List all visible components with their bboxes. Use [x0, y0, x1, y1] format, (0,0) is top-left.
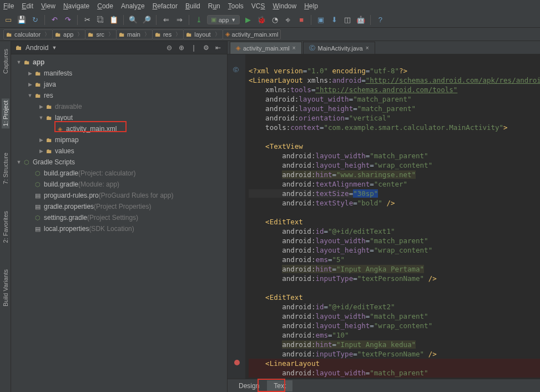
menu-bar: File Edit View Navigate Code Analyze Ref… — [0, 0, 540, 12]
breadcrumb-res[interactable]: 🖿res — [152, 29, 184, 39]
breadcrumb-calculator[interactable]: 🖿calculator — [3, 29, 53, 39]
collapse-icon[interactable]: ⊖ — [165, 44, 174, 52]
tree-node-proguard[interactable]: ▤proguard-rules.pro (ProGuard Rules for … — [11, 190, 227, 201]
gutter-tab-build-variants[interactable]: Build Variants — [2, 267, 9, 309]
tree-node-app[interactable]: ▼🖿app — [11, 57, 227, 68]
menu-help[interactable]: Help — [304, 2, 318, 10]
layout-icon[interactable]: ◫ — [342, 15, 352, 25]
undo-icon[interactable]: ↶ — [49, 15, 59, 25]
attach-icon[interactable]: ⎆ — [283, 15, 293, 25]
make-icon[interactable]: ⤓ — [194, 15, 204, 25]
menu-analyze[interactable]: Analyze — [121, 2, 145, 10]
avd-icon[interactable]: ▣ — [316, 15, 326, 25]
cut-icon[interactable]: ✂ — [82, 15, 92, 25]
project-tree[interactable]: ▼🖿app ▶🖿manifests ▶🖿java ▼🖿res ▶🖿drawabl… — [11, 54, 227, 392]
tree-node-gradle-properties[interactable]: ▤gradle.properties (Project Properties) — [11, 201, 227, 212]
android-icon[interactable]: 🤖 — [356, 15, 366, 25]
run-config-label: app — [219, 17, 229, 23]
project-panel-header: 🖿 Android ▼ ⊖ ⊕ | ⚙ ⇤ — [11, 41, 227, 54]
paste-icon[interactable]: 📋 — [109, 15, 119, 25]
navigation-bar: 🖿calculator 🖿app 🖿src 🖿main 🖿res 🖿layout… — [0, 28, 540, 41]
breadcrumb-layout[interactable]: 🖿layout — [183, 29, 223, 39]
tree-node-gradle-scripts[interactable]: ▼⬡Gradle Scripts — [11, 157, 227, 168]
android-view-icon: 🖿 — [16, 44, 22, 52]
breadcrumb-src[interactable]: 🖿src — [85, 29, 117, 39]
tab-text[interactable]: Text — [267, 380, 292, 391]
editor-tab-activity-main[interactable]: ◈activity_main.xml× — [230, 42, 302, 54]
debug-icon[interactable]: 🐞 — [256, 15, 266, 25]
menu-edit[interactable]: Edit — [22, 2, 33, 10]
chevron-down-icon: ▼ — [231, 17, 236, 23]
open-icon[interactable]: ▭ — [3, 15, 13, 25]
help-icon[interactable]: ? — [375, 15, 385, 25]
back-icon[interactable]: ⇐ — [161, 15, 171, 25]
tree-node-local-properties[interactable]: ▤local.properties (SDK Location) — [11, 223, 227, 234]
editor-area: ◈activity_main.xml× ⒸMainActivity.java× … — [228, 41, 540, 392]
gutter-class-icon: Ⓒ — [233, 66, 240, 74]
project-tool-window: 🖿 Android ▼ ⊖ ⊕ | ⚙ ⇤ ▼🖿app ▶🖿manifests … — [11, 41, 228, 392]
java-class-icon: Ⓒ — [309, 44, 315, 52]
menu-build[interactable]: Build — [185, 2, 200, 10]
save-icon[interactable]: 💾 — [17, 15, 27, 25]
stop-icon[interactable]: ■ — [296, 15, 306, 25]
gutter-tab-structure[interactable]: 7: Structure — [2, 150, 9, 187]
tree-node-build-gradle-project[interactable]: ⬡build.gradle (Project: calculator) — [11, 168, 227, 179]
code-editor[interactable]: <?xml version="1.0" encoding="utf-8"?> <… — [245, 54, 540, 379]
divider-bar: | — [189, 44, 198, 52]
profile-icon[interactable]: ◔ — [270, 15, 280, 25]
target-icon[interactable]: ⊕ — [177, 44, 186, 52]
tree-node-drawable[interactable]: ▶🖿drawable — [11, 101, 227, 112]
find-icon[interactable]: 🔍 — [128, 15, 138, 25]
run-icon[interactable]: ▶ — [243, 15, 253, 25]
editor-tab-mainactivity[interactable]: ⒸMainActivity.java× — [303, 42, 375, 54]
tree-node-mipmap[interactable]: ▶🖿mipmap — [11, 134, 227, 145]
breadcrumb-main[interactable]: 🖿main — [116, 29, 153, 39]
editor-tab-bar: ◈activity_main.xml× ⒸMainActivity.java× — [228, 41, 540, 54]
tree-node-manifests[interactable]: ▶🖿manifests — [11, 68, 227, 79]
gutter-tab-project[interactable]: 1: Project — [2, 98, 9, 128]
close-icon[interactable]: × — [366, 45, 369, 51]
tab-design[interactable]: Design — [232, 380, 266, 391]
breadcrumb-app[interactable]: 🖿app — [52, 29, 85, 39]
module-icon: ▣ — [211, 16, 216, 23]
main-toolbar: ▭ 💾 ↻ ↶ ↷ ✂ ⿻ 📋 🔍 🔎 ⇐ ⇒ ⤓ ▣ app ▼ ▶ 🐞 ◔ … — [0, 12, 540, 28]
chevron-down-icon[interactable]: ▼ — [52, 45, 57, 51]
project-panel-title[interactable]: Android — [26, 44, 48, 52]
menu-refactor[interactable]: Refactor — [153, 2, 178, 10]
copy-icon[interactable]: ⿻ — [95, 15, 105, 25]
tree-node-values[interactable]: ▶🖿values — [11, 145, 227, 157]
tree-node-activity-main[interactable]: ◈activity_main.xml — [11, 123, 227, 134]
close-icon[interactable]: × — [292, 45, 296, 51]
replace-icon[interactable]: 🔎 — [142, 15, 152, 25]
xml-file-icon: ◈ — [236, 44, 240, 52]
menu-code[interactable]: Code — [97, 2, 113, 10]
left-tool-gutter: Captures 1: Project 7: Structure 2: Favo… — [0, 41, 11, 392]
editor-mode-tabs: Design Text — [228, 379, 540, 392]
hide-icon[interactable]: ⇤ — [214, 44, 223, 52]
menu-navigate[interactable]: Navigate — [63, 2, 89, 10]
menu-file[interactable]: File — [3, 2, 14, 10]
tree-node-res[interactable]: ▼🖿res — [11, 90, 227, 101]
tree-node-java[interactable]: ▶🖿java — [11, 79, 227, 90]
tree-node-layout[interactable]: ▼🖿layout — [11, 112, 227, 123]
gutter-tab-captures[interactable]: Captures — [2, 47, 9, 76]
tree-node-settings-gradle[interactable]: ⬡settings.gradle (Project Settings) — [11, 212, 227, 223]
gutter-tab-favorites[interactable]: 2: Favorites — [2, 209, 9, 245]
editor-gutter[interactable]: Ⓒ — [228, 54, 245, 379]
sdk-icon[interactable]: ⬇ — [329, 15, 339, 25]
sync-icon[interactable]: ↻ — [30, 15, 40, 25]
breakpoint-icon[interactable] — [234, 360, 240, 365]
menu-run[interactable]: Run — [208, 2, 220, 10]
tree-node-build-gradle-module[interactable]: ⬡build.gradle (Module: app) — [11, 179, 227, 190]
breadcrumb-file[interactable]: ◈activity_main.xml — [223, 29, 281, 39]
redo-icon[interactable]: ↷ — [63, 15, 73, 25]
menu-tools[interactable]: Tools — [228, 2, 244, 10]
forward-icon[interactable]: ⇒ — [174, 15, 184, 25]
gear-icon[interactable]: ⚙ — [201, 44, 210, 52]
menu-vcs[interactable]: VCS — [251, 2, 265, 10]
menu-window[interactable]: Window — [272, 2, 296, 10]
menu-view[interactable]: View — [41, 2, 55, 10]
run-config-selector[interactable]: ▣ app ▼ — [207, 15, 240, 24]
